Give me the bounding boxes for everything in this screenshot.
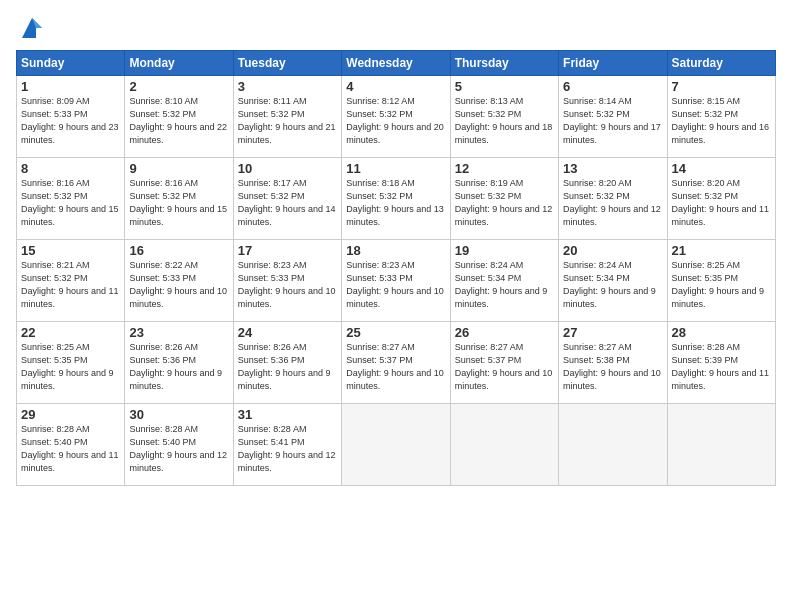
day-cell: 13 Sunrise: 8:20 AMSunset: 5:32 PMDaylig… (559, 158, 667, 240)
day-number: 22 (21, 325, 120, 340)
day-info: Sunrise: 8:27 AMSunset: 5:37 PMDaylight:… (455, 341, 554, 393)
week-row-3: 15 Sunrise: 8:21 AMSunset: 5:32 PMDaylig… (17, 240, 776, 322)
week-row-1: 1 Sunrise: 8:09 AMSunset: 5:33 PMDayligh… (17, 76, 776, 158)
day-number: 5 (455, 79, 554, 94)
weekday-header-saturday: Saturday (667, 51, 775, 76)
day-number: 8 (21, 161, 120, 176)
day-info: Sunrise: 8:16 AMSunset: 5:32 PMDaylight:… (129, 177, 228, 229)
day-info: Sunrise: 8:20 AMSunset: 5:32 PMDaylight:… (563, 177, 662, 229)
day-cell (342, 404, 450, 486)
day-cell (667, 404, 775, 486)
day-number: 3 (238, 79, 337, 94)
weekday-header-tuesday: Tuesday (233, 51, 341, 76)
day-number: 23 (129, 325, 228, 340)
day-info: Sunrise: 8:23 AMSunset: 5:33 PMDaylight:… (238, 259, 337, 311)
logo-icon (18, 14, 46, 42)
day-cell: 31 Sunrise: 8:28 AMSunset: 5:41 PMDaylig… (233, 404, 341, 486)
day-number: 12 (455, 161, 554, 176)
day-number: 21 (672, 243, 771, 258)
day-info: Sunrise: 8:25 AMSunset: 5:35 PMDaylight:… (672, 259, 771, 311)
day-number: 4 (346, 79, 445, 94)
day-info: Sunrise: 8:27 AMSunset: 5:38 PMDaylight:… (563, 341, 662, 393)
day-info: Sunrise: 8:20 AMSunset: 5:32 PMDaylight:… (672, 177, 771, 229)
day-number: 28 (672, 325, 771, 340)
day-info: Sunrise: 8:19 AMSunset: 5:32 PMDaylight:… (455, 177, 554, 229)
day-cell: 11 Sunrise: 8:18 AMSunset: 5:32 PMDaylig… (342, 158, 450, 240)
day-cell: 3 Sunrise: 8:11 AMSunset: 5:32 PMDayligh… (233, 76, 341, 158)
day-info: Sunrise: 8:11 AMSunset: 5:32 PMDaylight:… (238, 95, 337, 147)
day-cell: 9 Sunrise: 8:16 AMSunset: 5:32 PMDayligh… (125, 158, 233, 240)
day-info: Sunrise: 8:28 AMSunset: 5:39 PMDaylight:… (672, 341, 771, 393)
day-number: 30 (129, 407, 228, 422)
day-cell: 28 Sunrise: 8:28 AMSunset: 5:39 PMDaylig… (667, 322, 775, 404)
day-number: 27 (563, 325, 662, 340)
weekday-header-thursday: Thursday (450, 51, 558, 76)
day-number: 17 (238, 243, 337, 258)
day-number: 25 (346, 325, 445, 340)
day-info: Sunrise: 8:27 AMSunset: 5:37 PMDaylight:… (346, 341, 445, 393)
day-cell: 6 Sunrise: 8:14 AMSunset: 5:32 PMDayligh… (559, 76, 667, 158)
day-cell: 20 Sunrise: 8:24 AMSunset: 5:34 PMDaylig… (559, 240, 667, 322)
week-row-5: 29 Sunrise: 8:28 AMSunset: 5:40 PMDaylig… (17, 404, 776, 486)
day-cell: 12 Sunrise: 8:19 AMSunset: 5:32 PMDaylig… (450, 158, 558, 240)
day-cell: 17 Sunrise: 8:23 AMSunset: 5:33 PMDaylig… (233, 240, 341, 322)
day-cell: 15 Sunrise: 8:21 AMSunset: 5:32 PMDaylig… (17, 240, 125, 322)
day-info: Sunrise: 8:09 AMSunset: 5:33 PMDaylight:… (21, 95, 120, 147)
day-number: 19 (455, 243, 554, 258)
day-info: Sunrise: 8:16 AMSunset: 5:32 PMDaylight:… (21, 177, 120, 229)
day-info: Sunrise: 8:22 AMSunset: 5:33 PMDaylight:… (129, 259, 228, 311)
day-number: 13 (563, 161, 662, 176)
day-cell: 4 Sunrise: 8:12 AMSunset: 5:32 PMDayligh… (342, 76, 450, 158)
day-info: Sunrise: 8:25 AMSunset: 5:35 PMDaylight:… (21, 341, 120, 393)
day-info: Sunrise: 8:28 AMSunset: 5:40 PMDaylight:… (21, 423, 120, 475)
day-info: Sunrise: 8:28 AMSunset: 5:41 PMDaylight:… (238, 423, 337, 475)
weekday-header-sunday: Sunday (17, 51, 125, 76)
day-cell: 16 Sunrise: 8:22 AMSunset: 5:33 PMDaylig… (125, 240, 233, 322)
header (16, 10, 776, 42)
day-cell: 30 Sunrise: 8:28 AMSunset: 5:40 PMDaylig… (125, 404, 233, 486)
day-info: Sunrise: 8:26 AMSunset: 5:36 PMDaylight:… (129, 341, 228, 393)
day-cell: 10 Sunrise: 8:17 AMSunset: 5:32 PMDaylig… (233, 158, 341, 240)
day-info: Sunrise: 8:26 AMSunset: 5:36 PMDaylight:… (238, 341, 337, 393)
day-info: Sunrise: 8:24 AMSunset: 5:34 PMDaylight:… (455, 259, 554, 311)
day-info: Sunrise: 8:23 AMSunset: 5:33 PMDaylight:… (346, 259, 445, 311)
day-number: 6 (563, 79, 662, 94)
weekday-header-friday: Friday (559, 51, 667, 76)
day-number: 26 (455, 325, 554, 340)
day-info: Sunrise: 8:18 AMSunset: 5:32 PMDaylight:… (346, 177, 445, 229)
day-cell: 19 Sunrise: 8:24 AMSunset: 5:34 PMDaylig… (450, 240, 558, 322)
day-number: 18 (346, 243, 445, 258)
day-number: 11 (346, 161, 445, 176)
logo (16, 14, 46, 42)
day-cell: 14 Sunrise: 8:20 AMSunset: 5:32 PMDaylig… (667, 158, 775, 240)
day-cell: 29 Sunrise: 8:28 AMSunset: 5:40 PMDaylig… (17, 404, 125, 486)
day-cell: 8 Sunrise: 8:16 AMSunset: 5:32 PMDayligh… (17, 158, 125, 240)
day-info: Sunrise: 8:21 AMSunset: 5:32 PMDaylight:… (21, 259, 120, 311)
day-info: Sunrise: 8:12 AMSunset: 5:32 PMDaylight:… (346, 95, 445, 147)
day-cell: 26 Sunrise: 8:27 AMSunset: 5:37 PMDaylig… (450, 322, 558, 404)
day-info: Sunrise: 8:14 AMSunset: 5:32 PMDaylight:… (563, 95, 662, 147)
day-info: Sunrise: 8:10 AMSunset: 5:32 PMDaylight:… (129, 95, 228, 147)
day-cell: 1 Sunrise: 8:09 AMSunset: 5:33 PMDayligh… (17, 76, 125, 158)
day-number: 16 (129, 243, 228, 258)
day-cell: 24 Sunrise: 8:26 AMSunset: 5:36 PMDaylig… (233, 322, 341, 404)
day-cell: 2 Sunrise: 8:10 AMSunset: 5:32 PMDayligh… (125, 76, 233, 158)
weekday-header-row: SundayMondayTuesdayWednesdayThursdayFrid… (17, 51, 776, 76)
day-number: 14 (672, 161, 771, 176)
day-number: 29 (21, 407, 120, 422)
day-cell: 5 Sunrise: 8:13 AMSunset: 5:32 PMDayligh… (450, 76, 558, 158)
day-number: 9 (129, 161, 228, 176)
day-cell: 22 Sunrise: 8:25 AMSunset: 5:35 PMDaylig… (17, 322, 125, 404)
week-row-2: 8 Sunrise: 8:16 AMSunset: 5:32 PMDayligh… (17, 158, 776, 240)
day-info: Sunrise: 8:24 AMSunset: 5:34 PMDaylight:… (563, 259, 662, 311)
day-cell (559, 404, 667, 486)
day-number: 24 (238, 325, 337, 340)
week-row-4: 22 Sunrise: 8:25 AMSunset: 5:35 PMDaylig… (17, 322, 776, 404)
day-cell: 18 Sunrise: 8:23 AMSunset: 5:33 PMDaylig… (342, 240, 450, 322)
day-number: 10 (238, 161, 337, 176)
day-cell: 27 Sunrise: 8:27 AMSunset: 5:38 PMDaylig… (559, 322, 667, 404)
weekday-header-wednesday: Wednesday (342, 51, 450, 76)
weekday-header-monday: Monday (125, 51, 233, 76)
day-number: 1 (21, 79, 120, 94)
day-cell (450, 404, 558, 486)
